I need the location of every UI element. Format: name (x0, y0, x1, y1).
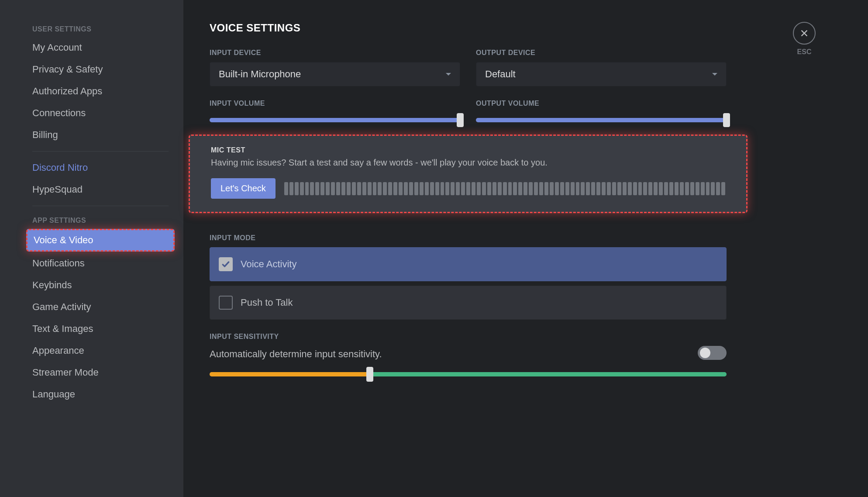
content: ESC Voice Settings Input Device Built-in… (183, 0, 868, 497)
output-device-select[interactable]: Default (476, 62, 727, 86)
sidebar-item-connections[interactable]: Connections (26, 103, 175, 123)
sensitivity-slider[interactable] (210, 372, 727, 376)
close-icon (799, 28, 809, 38)
sidebar-item-billing[interactable]: Billing (26, 125, 175, 145)
sidebar-item-text-images[interactable]: Text & Images (26, 319, 175, 339)
sidebar: User Settings My Account Privacy & Safet… (0, 0, 183, 497)
close-button[interactable] (793, 22, 816, 45)
input-sensitivity-label: Input Sensitivity (210, 333, 842, 341)
input-device-value: Built-in Microphone (219, 69, 301, 80)
output-device-label: Output Device (476, 49, 727, 57)
input-device-select[interactable]: Built-in Microphone (210, 62, 460, 86)
mic-test-desc: Having mic issues? Start a test and say … (211, 158, 725, 168)
output-volume-label: Output Volume (476, 100, 727, 107)
sidebar-item-privacy-safety[interactable]: Privacy & Safety (26, 59, 175, 79)
output-device-value: Default (485, 69, 516, 80)
sidebar-item-hypesquad[interactable]: HypeSquad (26, 179, 175, 200)
mic-test-panel: Mic Test Having mic issues? Start a test… (189, 135, 747, 213)
sidebar-item-streamer-mode[interactable]: Streamer Mode (26, 362, 175, 383)
sidebar-item-keybinds[interactable]: Keybinds (26, 275, 175, 295)
chevron-down-icon (712, 73, 717, 76)
sidebar-item-language[interactable]: Language (26, 384, 175, 404)
page-title: Voice Settings (210, 22, 842, 34)
sidebar-item-discord-nitro[interactable]: Discord Nitro (26, 158, 175, 178)
mic-test-button[interactable]: Let's Check (211, 178, 276, 199)
checkbox-checked-icon (219, 257, 233, 271)
chevron-down-icon (446, 73, 451, 76)
input-device-label: Input Device (210, 49, 460, 57)
close-panel: ESC (793, 22, 816, 56)
divider (32, 206, 169, 206)
sidebar-item-game-activity[interactable]: Game Activity (26, 297, 175, 317)
input-volume-label: Input Volume (210, 100, 460, 107)
output-volume-slider[interactable] (476, 118, 727, 122)
input-mode-voice-activity[interactable]: Voice Activity (210, 247, 727, 281)
input-mode-option-label: Push to Talk (241, 297, 293, 308)
divider (32, 151, 169, 152)
sidebar-item-voice-video[interactable]: Voice & Video (26, 229, 175, 252)
sidebar-item-appearance[interactable]: Appearance (26, 341, 175, 361)
app-settings-header: App Settings (26, 212, 175, 229)
mic-test-title: Mic Test (211, 146, 725, 154)
user-settings-header: User Settings (26, 21, 175, 38)
auto-sensitivity-text: Automatically determine input sensitivit… (210, 349, 382, 360)
auto-sensitivity-toggle[interactable] (698, 346, 727, 360)
esc-label: ESC (793, 48, 816, 56)
checkbox-icon (219, 296, 233, 310)
input-volume-slider[interactable] (210, 118, 460, 122)
sidebar-item-authorized-apps[interactable]: Authorized Apps (26, 81, 175, 101)
input-mode-label: Input Mode (210, 234, 842, 242)
switch-knob (700, 348, 710, 358)
sidebar-item-notifications[interactable]: Notifications (26, 253, 175, 273)
input-mode-option-label: Voice Activity (241, 259, 296, 270)
input-mode-push-to-talk[interactable]: Push to Talk (210, 286, 727, 320)
sidebar-item-my-account[interactable]: My Account (26, 38, 175, 58)
mic-level-meter (284, 182, 725, 195)
